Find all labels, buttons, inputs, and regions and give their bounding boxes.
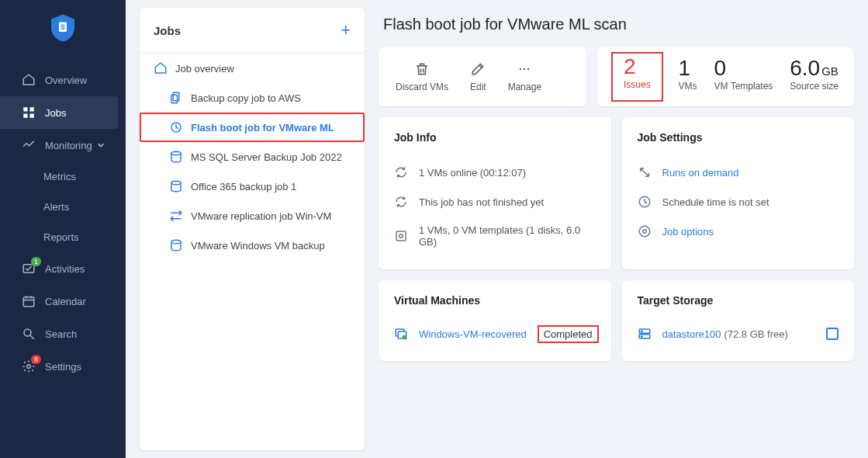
page-title: Flash boot job for VMware ML scan (379, 9, 854, 47)
settings-row[interactable]: Runs on demand (638, 158, 839, 187)
nav-label: Activities (45, 263, 85, 275)
card-title: Job Info (394, 131, 596, 144)
card-title: Virtual Machines (394, 294, 596, 307)
info-row: This job has not finished yet (394, 187, 596, 217)
stat-label: Issues (624, 79, 651, 90)
main-sidebar: Overview Jobs Monitoring Metrics Alerts … (0, 0, 126, 458)
job-label: VMware Windows VM backup (191, 240, 325, 252)
main-content: Flash boot job for VMware ML scan Discar… (374, 0, 868, 458)
svg-point-36 (641, 336, 642, 338)
svg-point-21 (171, 240, 181, 244)
add-job-button[interactable]: + (341, 20, 351, 40)
vm-status: Completed (541, 328, 596, 340)
settings-text: Runs on demand (662, 167, 739, 179)
nav-label: Jobs (45, 107, 66, 119)
nav-reports[interactable]: Reports (0, 222, 126, 252)
info-row: 1 VMs, 0 VM templates (1 disks, 6.0 GB) (394, 217, 596, 255)
stat-num: 1 (679, 57, 691, 81)
svg-point-15 (27, 365, 31, 369)
discard-button[interactable]: Discard VMs (385, 58, 459, 95)
storage-free: (72.8 GB free) (724, 328, 787, 340)
job-label: Office 365 backup job 1 (191, 181, 296, 193)
nav-activities[interactable]: 1 Activities (0, 252, 126, 285)
job-item[interactable]: VMware replication job Win-VM (140, 201, 365, 231)
dots-icon (517, 61, 532, 77)
stat-templates: 0 VM Templates (714, 57, 773, 97)
stat-vms: 1 VMs (679, 57, 697, 97)
stat-issues[interactable]: 2 Issues (613, 54, 662, 100)
svg-point-32 (403, 335, 407, 340)
home-icon (154, 61, 168, 75)
logo (0, 14, 126, 64)
edit-icon (470, 61, 486, 77)
settings-text: Schedule time is not set (662, 196, 769, 208)
svg-point-35 (641, 331, 642, 332)
nav-label: Metrics (43, 171, 76, 182)
chevron-down-icon (97, 140, 105, 151)
svg-point-22 (520, 68, 522, 71)
storage-row[interactable]: datastore100 (72.8 GB free) (638, 321, 839, 347)
job-item[interactable]: Backup copy job to AWS (140, 83, 365, 113)
disk-icon (394, 229, 408, 243)
nav-search[interactable]: Search (0, 317, 126, 350)
svg-rect-4 (23, 107, 27, 111)
backup-icon (169, 238, 183, 252)
nav-settings[interactable]: 8 Settings (0, 350, 126, 383)
nav-label: Calendar (45, 296, 86, 307)
job-item[interactable]: MS SQL Server Backup Job 2022 (140, 142, 365, 172)
action-label: Manage (508, 82, 541, 92)
jobs-title: Jobs (154, 24, 181, 37)
job-label: VMware replication job Win-VM (191, 210, 331, 222)
stat-num: 2 (624, 55, 636, 79)
job-overview[interactable]: Job overview (140, 54, 365, 83)
vm-icon (394, 327, 408, 341)
job-item[interactable]: VMware Windows VM backup (140, 231, 365, 260)
backup-icon (169, 179, 183, 193)
storage-checkbox[interactable] (826, 328, 839, 340)
jobs-panel: Jobs + Job overview Backup copy job to A… (140, 8, 365, 450)
nav-monitoring[interactable]: Monitoring (0, 129, 126, 161)
settings-text: Job options (662, 226, 714, 238)
job-label: Backup copy job to AWS (191, 92, 301, 104)
nav-label: Reports (43, 231, 79, 243)
job-item[interactable]: Office 365 backup job 1 (140, 172, 365, 201)
svg-rect-25 (396, 231, 406, 241)
grid-icon (22, 106, 36, 120)
nav-label: Search (45, 328, 77, 340)
svg-line-14 (30, 335, 34, 339)
job-info-card: Job Info 1 VMs online (00:12:07) This jo… (379, 117, 611, 269)
storage-name: datastore100 (662, 328, 721, 340)
svg-rect-7 (30, 114, 34, 118)
storage-icon (638, 327, 652, 341)
refresh-icon (394, 195, 408, 209)
stat-label: VMs (679, 81, 697, 92)
info-text: This job has not finished yet (419, 196, 544, 208)
nav-metrics[interactable]: Metrics (0, 161, 126, 192)
flash-icon (169, 120, 183, 134)
stat-label: Source size (790, 81, 839, 92)
settings-row[interactable]: Job options (638, 217, 839, 246)
stat-size: 6.0GB Source size (790, 57, 839, 97)
manage-button[interactable]: Manage (497, 58, 552, 95)
nav-label: Alerts (43, 201, 69, 213)
nav-overview[interactable]: Overview (0, 64, 126, 96)
nav-alerts[interactable]: Alerts (0, 192, 126, 222)
options-icon (638, 224, 652, 238)
edit-button[interactable]: Edit (459, 58, 497, 95)
actions-card: Discard VMs Edit Manage (379, 47, 586, 106)
run-icon (638, 165, 652, 179)
nav-calendar[interactable]: Calendar (0, 285, 126, 317)
shield-icon (51, 14, 74, 42)
vm-row[interactable]: Windows-VM-recovered Completed (394, 321, 596, 347)
copy-icon (169, 91, 183, 105)
nav-label: Overview (45, 75, 87, 86)
nav-label: Monitoring (45, 140, 92, 151)
clock-icon (638, 195, 652, 209)
info-row: 1 VMs online (00:12:07) (394, 158, 596, 187)
job-item-selected[interactable]: Flash boot job for VMware ML (140, 113, 365, 142)
nav-jobs[interactable]: Jobs (0, 96, 118, 129)
info-text: 1 VMs online (00:12:07) (419, 167, 526, 179)
svg-rect-9 (23, 297, 34, 307)
job-label: Flash boot job for VMware ML (191, 122, 334, 134)
refresh-icon (394, 165, 408, 179)
